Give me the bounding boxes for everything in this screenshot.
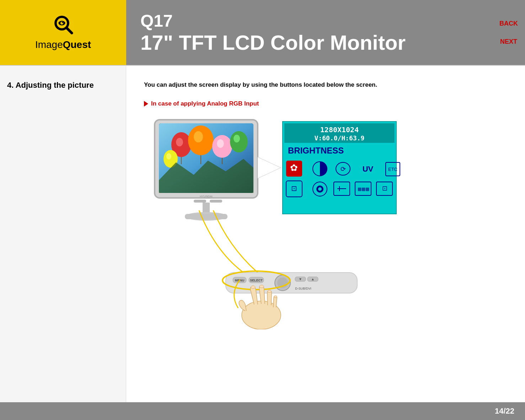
svg-text:⊡: ⊡ — [291, 184, 297, 192]
diagram-container: HYUNDAI — [144, 116, 435, 329]
svg-text:ETC: ETC — [388, 167, 397, 172]
svg-line-1 — [66, 28, 71, 33]
svg-rect-52 — [376, 182, 392, 195]
svg-text:▼: ▼ — [299, 277, 302, 281]
title-area: Q17 17" TFT LCD Color Monitor BACK NEXT — [126, 0, 525, 65]
model-line2: 17" TFT LCD Color Monitor — [140, 31, 406, 54]
svg-text:BRIGHTNESS: BRIGHTNESS — [288, 146, 344, 155]
main-content: 4. Adjusting the picture You can adjust … — [0, 66, 525, 402]
svg-rect-50 — [355, 182, 371, 195]
svg-point-8 — [171, 132, 191, 157]
svg-text:⊡: ⊡ — [382, 185, 387, 192]
svg-rect-34 — [286, 161, 302, 177]
logo-text: ImageQuest — [35, 39, 91, 50]
svg-point-46 — [318, 187, 322, 191]
svg-rect-6 — [159, 123, 253, 193]
svg-text:▲: ▲ — [311, 277, 315, 281]
sidebar: 4. Adjusting the picture — [0, 66, 126, 402]
svg-point-68 — [251, 286, 255, 289]
header: ImageQuest Q17 17" TFT LCD Color Monitor… — [0, 0, 525, 66]
back-button[interactable]: BACK — [499, 20, 518, 27]
svg-rect-54 — [226, 273, 357, 293]
svg-rect-27 — [185, 214, 227, 219]
svg-rect-30 — [284, 123, 395, 143]
svg-point-14 — [212, 135, 232, 158]
svg-point-26 — [185, 212, 227, 221]
svg-point-66 — [223, 271, 290, 290]
svg-point-15 — [217, 139, 224, 148]
svg-marker-28 — [258, 157, 281, 178]
next-button[interactable]: NEXT — [499, 38, 518, 45]
svg-text:SELECT: SELECT — [250, 279, 263, 282]
svg-point-12 — [194, 131, 203, 142]
svg-text:⟳: ⟳ — [341, 166, 346, 173]
title-text: Q17 17" TFT LCD Color Monitor — [140, 11, 406, 54]
nav-buttons: BACK NEXT — [499, 0, 518, 65]
svg-point-17 — [230, 131, 248, 152]
svg-rect-55 — [233, 277, 246, 283]
model-line1: Q17 — [140, 11, 406, 31]
svg-point-3 — [60, 22, 63, 25]
intro-text: You can adjust the screen display by usi… — [144, 80, 411, 90]
svg-point-11 — [188, 125, 214, 155]
svg-text:MENU: MENU — [235, 279, 245, 282]
svg-point-69 — [259, 285, 264, 288]
svg-point-18 — [234, 135, 240, 142]
logo-icon — [49, 15, 77, 36]
svg-rect-24 — [210, 200, 222, 203]
analog-label: In case of applying Analog RGB Input — [144, 100, 507, 107]
svg-point-44 — [313, 182, 327, 196]
svg-rect-47 — [334, 182, 350, 195]
triangle-icon — [144, 101, 148, 107]
section-title: 4. Adjusting the picture — [7, 80, 119, 91]
svg-point-19 — [164, 150, 178, 168]
svg-rect-5 — [155, 120, 258, 198]
svg-rect-57 — [249, 277, 264, 283]
footer: 14/22 — [0, 402, 525, 420]
svg-text:V:60.0/H:63.9: V:60.0/H:63.9 — [315, 134, 365, 142]
svg-text:HYUNDAI: HYUNDAI — [200, 195, 213, 198]
svg-point-36 — [313, 162, 327, 176]
svg-rect-63 — [307, 277, 318, 281]
logo-area: ImageQuest — [0, 0, 126, 65]
svg-rect-42 — [286, 181, 302, 197]
svg-rect-29 — [283, 122, 396, 214]
svg-point-67 — [242, 301, 281, 329]
svg-text:✿: ✿ — [290, 162, 298, 173]
svg-rect-61 — [295, 277, 306, 281]
svg-text:▦▦▦: ▦▦▦ — [358, 187, 369, 192]
svg-point-9 — [176, 138, 183, 146]
svg-marker-21 — [159, 159, 253, 193]
svg-text:UV: UV — [363, 165, 374, 173]
svg-text:1280X1024: 1280X1024 — [320, 125, 359, 134]
svg-rect-7 — [159, 123, 253, 193]
svg-rect-23 — [194, 200, 206, 203]
svg-point-4 — [62, 22, 63, 23]
content-area: You can adjust the screen display by usi… — [126, 66, 525, 402]
svg-point-71 — [274, 296, 277, 298]
svg-point-70 — [268, 290, 271, 293]
logo-container: ImageQuest — [35, 15, 91, 50]
svg-point-45 — [316, 185, 323, 193]
page-number: 14/22 — [495, 406, 514, 416]
svg-point-37 — [336, 162, 350, 175]
svg-text:D-SUB/DVI: D-SUB/DVI — [295, 287, 311, 290]
svg-rect-25 — [203, 203, 210, 215]
svg-rect-40 — [386, 162, 400, 176]
diagram-svg: HYUNDAI — [144, 116, 435, 329]
svg-point-59 — [275, 275, 290, 291]
svg-point-60 — [277, 278, 288, 288]
svg-point-20 — [166, 153, 171, 160]
